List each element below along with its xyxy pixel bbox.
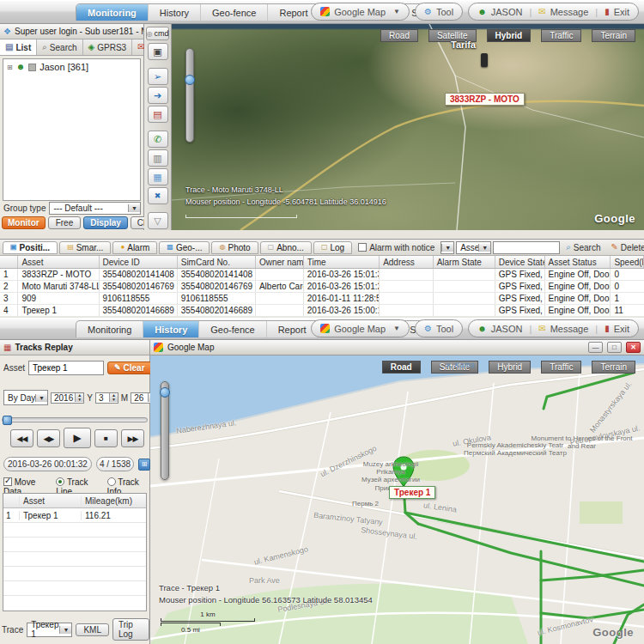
zoom-slider[interactable] [185,48,194,143]
maximize-button[interactable]: □ [607,342,622,353]
message-link[interactable]: Message [550,324,589,334]
col-device-state[interactable]: Device State [495,256,545,268]
map-type-traffic[interactable]: Traffic [541,29,581,42]
fast-forward-button[interactable]: ▶▶ [121,429,144,447]
cmd-printer-icon[interactable]: ▥ [148,149,168,167]
col-asset[interactable]: Asset [19,496,81,506]
expand-icon[interactable]: ⊞ [7,64,13,71]
track-line-radio[interactable] [56,477,64,486]
col-speed[interactable]: Speed(km/h) [611,256,644,268]
period-select[interactable]: By Day ▼ [3,390,48,405]
tab-monitoring-2[interactable]: Monitoring [76,321,143,337]
map-type-hybrid[interactable]: Hybrid [489,361,531,374]
cmd-phone-icon[interactable]: ✆ [148,131,168,148]
grid-search-button[interactable]: ⌕Search [562,243,605,252]
table-row[interactable]: 4 Трекер 1 355408020146689 3554080201466… [0,305,644,317]
table-row[interactable]: 3 909 9106118555 9106118555 2016-01-11 1… [0,293,644,305]
mileage-row[interactable]: 1 Трекер 1 116.21 [3,508,146,523]
stepper-arrows[interactable]: ▲▼ [109,393,118,402]
tab-geo-fence-2[interactable]: Geo-fence [199,321,266,337]
chevron-down-icon[interactable]: ▼ [393,8,400,15]
cmd-filter-icon[interactable]: ▽ [148,212,168,229]
fullscreen-icon[interactable]: ⊞ [138,459,150,471]
trip-log-button[interactable]: Trip Log [112,618,149,641]
replay-clear-button[interactable]: ✎ Clear [107,361,152,374]
col-device-id[interactable]: Device ID [100,256,178,268]
tab-abnormal[interactable]: ▢Abno... [260,241,312,254]
cmd-close-icon[interactable]: ✖ [148,187,168,204]
month-stepper[interactable]: 3 ▲▼ [95,392,118,404]
filter-type-select[interactable]: ▼ [440,241,454,254]
tab-photo[interactable]: ◍Photo [211,241,258,254]
col-mileage[interactable]: Mileage(km) [81,496,146,506]
table-row[interactable]: 1 3833RZP - MOTO 355408020141408 3554080… [0,269,644,281]
vehicle-marker-icon[interactable] [481,53,488,67]
user-name[interactable]: JASON [491,7,523,17]
stop-button[interactable]: ■ [94,429,118,447]
cmd-photo-icon[interactable]: ▦ [148,168,168,185]
minimize-button[interactable]: — [588,342,603,353]
tab-alarm[interactable]: ●Alarm [112,241,157,254]
road-map[interactable]: Road Satellite Hybrid Traffic Terrain к.… [150,355,644,644]
map-type-road[interactable]: Road [380,29,418,42]
trace-asset-select[interactable]: Трекер 1 ▼ [27,623,72,637]
tab-smart[interactable]: ▤Smar... [59,241,111,254]
zoom-slider[interactable] [161,381,169,480]
step-button[interactable]: ◀▶ [37,429,60,447]
grid-delete-button[interactable]: ✎Delete [606,243,644,252]
grid-search-input[interactable] [493,241,560,254]
replay-progress-slider[interactable] [2,417,148,422]
asset-filter-select[interactable]: Asset▼ [456,241,491,254]
map-type-road[interactable]: Road [382,361,421,374]
move-data-checkbox[interactable] [3,477,12,486]
map-provider-select-2[interactable]: Google Map ▼ [311,319,410,337]
tab-geo-fence[interactable]: Geo-fence [201,4,268,21]
map-provider-select[interactable]: Google Map ▼ [311,3,410,21]
asset-input[interactable] [28,361,104,375]
free-button[interactable]: Free [48,216,82,229]
kml-button[interactable]: KML [76,623,109,636]
exit-link[interactable]: Exit [614,7,629,17]
display-button[interactable]: Display [83,216,128,229]
stepper-arrows[interactable]: ▲▼ [75,393,83,402]
close-button[interactable]: ✕ [626,342,641,353]
cmd-send-icon[interactable]: ➢ [148,68,168,85]
tab-log[interactable]: ▢Log [313,241,352,254]
chevron-down-icon[interactable]: ▼ [393,325,400,332]
year-stepper[interactable]: 2016 ▲▼ [51,392,84,404]
col-address[interactable]: Address [380,256,434,268]
col-simcard[interactable]: SimCard No. [178,256,256,268]
tab-gprs[interactable]: ◈ GPRS3 [83,39,133,55]
alarm-notice-toggle[interactable]: Alarm with notice [354,243,439,252]
alarm-notice-checkbox[interactable] [358,243,367,252]
rewind-button[interactable]: ◀◀ [10,429,33,447]
track-info-radio[interactable] [107,477,116,486]
col-owner[interactable]: Owner name [256,256,304,268]
zoom-slider-thumb[interactable] [185,75,195,85]
monitor-button[interactable]: Monitor [2,216,46,229]
cmd-forward-icon[interactable]: ➔ [148,87,168,104]
progress-thumb[interactable] [3,416,12,425]
map-type-terrain[interactable]: Terrain [592,29,635,42]
cmd-screen-icon[interactable]: ▣ [148,43,168,60]
tool-button-2[interactable]: ⚙ Tool [415,319,463,337]
satellite-map[interactable]: Road Satellite Hybrid Traffic Terrain Ta… [172,24,644,230]
tab-list[interactable]: ▤ List [0,39,37,55]
col-time[interactable]: Time [304,256,380,268]
map-type-terrain[interactable]: Terrain [592,361,635,374]
col-alarm-state[interactable]: Alarm State [434,256,495,268]
tab-history[interactable]: History [149,4,201,21]
play-button[interactable]: ▶ [64,428,91,448]
tab-search[interactable]: ⌕ Search [37,39,82,55]
cmd-clipboard-icon[interactable]: ▤ [148,106,168,123]
exit-link[interactable]: Exit [614,324,629,334]
table-row[interactable]: 2 Moto Maruti 3748-LL 355408020146769 35… [0,281,644,293]
tab-history-2[interactable]: History [143,321,199,337]
group-type-select[interactable]: --- Default --- ▼ [49,202,141,215]
zoom-slider-thumb[interactable] [160,387,170,398]
tool-button[interactable]: ⚙ Tool [415,3,463,21]
col-asset[interactable]: Asset [18,256,99,268]
tab-geofence-list[interactable]: ▩Geo-... [159,241,210,254]
user-name[interactable]: JASON [491,324,523,334]
map-type-traffic[interactable]: Traffic [541,361,581,374]
